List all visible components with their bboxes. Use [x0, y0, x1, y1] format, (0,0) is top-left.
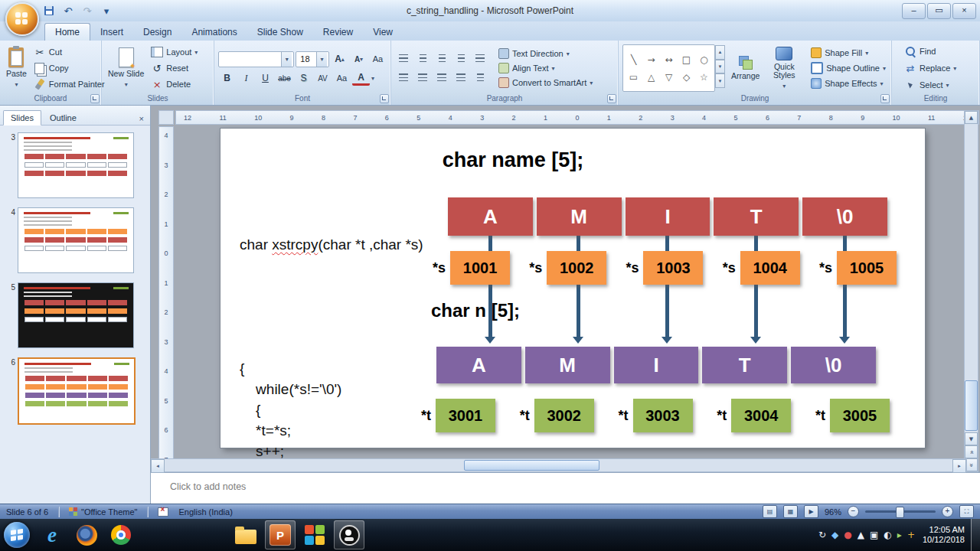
paste-button[interactable]: Paste ▾ [4, 46, 29, 90]
scroll-down-icon[interactable]: ▼ [965, 432, 978, 445]
cut-button[interactable]: ✂ Cut [32, 45, 106, 59]
slide-thumbnail-4[interactable]: 4 [4, 207, 146, 273]
address-item[interactable]: *s 1004 [723, 251, 800, 285]
new-slide-button[interactable]: New Slide ▾ [106, 46, 146, 90]
char-n-heading[interactable]: char n [5]; [431, 300, 520, 321]
address-box[interactable]: 1002 [547, 251, 606, 285]
underline-icon[interactable]: U [256, 71, 274, 86]
bullets-icon[interactable] [395, 51, 413, 66]
shape-icon[interactable]: ○ [695, 51, 713, 68]
slideshow-icon[interactable]: ▶ [804, 505, 818, 518]
maximize-button[interactable]: ▭ [927, 3, 951, 19]
redo-icon[interactable]: ↷ [80, 3, 95, 18]
show-desktop-button[interactable] [971, 519, 980, 551]
slide-thumbnail-5[interactable]: 5 [4, 282, 146, 348]
address-item[interactable]: *s 1005 [819, 251, 897, 285]
zoom-slider[interactable] [865, 510, 936, 513]
address-item[interactable]: *t 3002 [520, 399, 594, 432]
tab-review[interactable]: Review [313, 24, 363, 41]
vertical-scroll-thumb[interactable] [965, 380, 978, 431]
quick-styles-button[interactable]: Quick Styles ▾ [765, 45, 803, 92]
align-right-icon[interactable] [433, 70, 451, 85]
shape-icon[interactable]: ╲ [625, 51, 642, 68]
taskbar-clock[interactable]: 12:05 AM 10/12/2018 [920, 525, 971, 545]
find-button[interactable]: Find [903, 44, 937, 58]
shape-icon[interactable]: ↔ [660, 51, 678, 68]
array-cell[interactable]: M [525, 347, 610, 383]
shrink-font-icon[interactable]: A▾ [350, 52, 368, 67]
taskbar-powerpoint-icon[interactable]: P [265, 520, 296, 549]
zoom-slider-thumb[interactable] [896, 507, 904, 518]
slide-heading[interactable]: char name [5]; [360, 148, 666, 172]
address-box[interactable]: 1004 [740, 251, 800, 285]
address-box[interactable]: 3001 [436, 399, 495, 432]
paragraph-dialog-launcher[interactable] [607, 94, 616, 103]
save-icon[interactable] [41, 3, 57, 18]
italic-icon[interactable]: I [237, 71, 255, 86]
address-item[interactable]: *t 3005 [815, 399, 890, 432]
target-array-row[interactable]: AMIT\0 [436, 347, 876, 383]
bold-icon[interactable]: B [218, 71, 236, 86]
clipboard-dialog-launcher[interactable] [90, 94, 100, 103]
font-color-icon[interactable]: A [352, 71, 370, 86]
horizontal-scroll-thumb[interactable] [464, 460, 599, 471]
address-box[interactable]: 1005 [837, 251, 897, 285]
tray-icon[interactable]: ◆ [831, 530, 838, 540]
qat-dropdown-icon[interactable]: ▾ [99, 3, 114, 18]
address-item[interactable]: *t 3001 [421, 399, 495, 432]
slide-sorter-icon[interactable]: ▦ [783, 505, 798, 518]
drawing-dialog-launcher[interactable] [880, 94, 890, 103]
notes-pane[interactable]: Click to add notes [150, 471, 980, 504]
previous-slide-icon[interactable]: » [965, 445, 978, 458]
slide-canvas[interactable]: char name [5]; char xstrcpy(char *t ,cha… [220, 129, 925, 448]
columns-icon[interactable] [472, 70, 489, 85]
tray-icon[interactable]: + [907, 530, 915, 540]
numbering-icon[interactable] [414, 51, 432, 66]
address-box[interactable]: 3003 [633, 399, 693, 432]
tray-icon[interactable]: ▣ [870, 530, 878, 540]
shape-icon[interactable]: ▽ [660, 68, 678, 86]
strikethrough-icon[interactable]: abe [276, 71, 293, 86]
taskbar-explorer-icon[interactable] [230, 520, 261, 549]
tab-design[interactable]: Design [133, 24, 181, 41]
layout-button[interactable]: Layout ▾ [149, 45, 199, 59]
slide-thumbnail-6[interactable]: 6 [4, 357, 146, 425]
spellcheck-icon[interactable] [158, 507, 168, 517]
undo-icon[interactable]: ↶ [60, 3, 76, 18]
shape-icon[interactable]: → [642, 51, 660, 68]
font-dialog-launcher[interactable] [380, 94, 389, 103]
replace-button[interactable]: ⇄ Replace ▾ [903, 61, 958, 75]
array-cell[interactable]: M [537, 197, 622, 236]
target-address-row[interactable]: *t 3001 *t 3002 *t 3003 *t 3004 *t 3005 [421, 399, 890, 432]
tab-slides[interactable]: Slides [3, 110, 41, 126]
address-item[interactable]: *t 3004 [717, 399, 791, 432]
array-cell[interactable]: A [448, 197, 533, 236]
language-indicator[interactable]: English (India) [178, 507, 232, 517]
array-cell[interactable]: A [436, 347, 521, 383]
justify-icon[interactable] [452, 70, 470, 85]
vertical-scrollbar[interactable]: ▲ ▼ » » [964, 110, 978, 472]
scroll-right-icon[interactable]: ▸ [952, 459, 966, 473]
convert-to-smartart-button[interactable]: Convert to SmartArt ▾ [497, 77, 594, 89]
scroll-left-icon[interactable]: ◂ [151, 459, 165, 473]
panel-close-icon[interactable]: × [136, 114, 147, 125]
tab-view[interactable]: View [363, 24, 403, 41]
line-spacing-icon[interactable] [472, 51, 489, 66]
shape-icon[interactable]: ☆ [695, 68, 713, 86]
shape-icon[interactable]: ▭ [625, 68, 642, 86]
taskbar-obs-icon[interactable] [334, 520, 364, 549]
clear-formatting-icon[interactable]: Aa [369, 52, 387, 67]
zoom-level[interactable]: 96% [825, 507, 841, 517]
shape-icon[interactable]: △ [642, 68, 660, 86]
shape-fill-button[interactable]: Shape Fill ▾ [809, 47, 887, 59]
arrange-button[interactable]: Arrange [729, 54, 762, 82]
text-direction-button[interactable]: Text Direction ▾ [497, 47, 594, 60]
character-spacing-icon[interactable]: AV [314, 71, 332, 86]
font-name-combo[interactable]: ▾ [218, 51, 294, 67]
array-cell[interactable]: \0 [791, 347, 876, 383]
address-box[interactable]: 1003 [643, 251, 703, 285]
change-case-icon[interactable]: Aa [333, 71, 351, 86]
decrease-indent-icon[interactable] [433, 51, 451, 66]
shapes-gallery[interactable]: ╲→↔□○▭△▽◇☆ ▲▼▼ [622, 44, 715, 92]
array-cell[interactable]: I [626, 197, 710, 236]
